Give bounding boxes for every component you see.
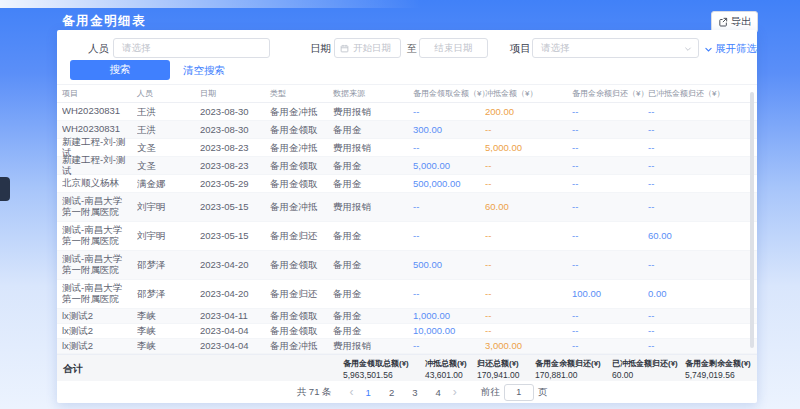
expand-filters-link[interactable]: 展开筛选 — [704, 42, 757, 56]
cell-offset-amount: -- — [485, 310, 572, 321]
table-row: 北京顺义杨林满金娜2023-05-29备用金领取备用金500,000.00---… — [57, 175, 757, 193]
cell-person: 邵梦泽 — [137, 288, 200, 299]
chevron-down-icon — [684, 45, 692, 53]
cell-person: 李峡 — [137, 325, 200, 336]
cell-balance-returned: -- — [572, 106, 648, 117]
table-row: lx测试2李峡2023-04-04备用金领取备用金10,000.00------ — [57, 324, 757, 339]
table-row: 测试-南昌大学第一附属医院刘宇明2023-05-15备用金归还备用金------… — [57, 222, 757, 251]
page-background: 备用金明细表 导出 人员 请选择 日期 — [0, 0, 800, 409]
next-page-button[interactable]: › — [453, 386, 457, 398]
total-count: 共 71 条 — [297, 386, 332, 399]
cell-offset-returned: -- — [648, 201, 757, 212]
start-date-input[interactable]: 开始日期 — [334, 38, 401, 58]
cell-balance-returned: -- — [572, 259, 648, 270]
cell-offset-amount: -- — [485, 230, 572, 241]
cell-type: 备用金领取 — [270, 259, 333, 270]
export-button-label: 导出 — [731, 15, 752, 29]
summary-stat: 备用金领取总额(¥)5,963,501.56 — [343, 358, 409, 380]
column-header-3: 类型 — [270, 88, 333, 99]
goto-page-suffix: 页 — [538, 386, 548, 399]
summary-stat: 备用金余额归还(¥)170,881.00 — [535, 358, 601, 380]
cell-date: 2023-05-15 — [200, 201, 270, 212]
table-row: lx测试2李峡2023-04-11备用金领取备用金1,000.00------ — [57, 309, 757, 324]
cell-offset-returned: -- — [648, 325, 757, 336]
cell-offset-amount: 5,000.00 — [485, 142, 572, 153]
cell-date: 2023-04-04 — [200, 340, 270, 351]
end-date-input[interactable]: 结束日期 — [419, 38, 488, 58]
summary-stat: 归还总额(¥)170,941.00 — [477, 358, 520, 380]
summary-stat-label: 已冲抵金额归还(¥) — [612, 358, 678, 369]
summary-stat-value: 5,749,019.56 — [685, 370, 751, 380]
cell-date: 2023-08-23 — [200, 160, 270, 171]
cell-received-amount: -- — [413, 288, 485, 299]
filter-area: 人员 请选择 日期 开始日期 至 结束日期 项目 请选择 — [57, 30, 757, 84]
goto-page-prefix: 前往 — [481, 386, 500, 399]
table-scrollbar[interactable] — [750, 92, 754, 348]
cell-offset-returned: -- — [648, 310, 757, 321]
page-button-3[interactable]: 3 — [410, 387, 419, 398]
cell-date: 2023-04-04 — [200, 325, 270, 336]
summary-stat-value: 5,963,501.56 — [343, 370, 409, 380]
summary-stat-label: 备用金领取总额(¥) — [343, 358, 409, 369]
cell-project: 测试-南昌大学第一附属医院 — [62, 196, 137, 218]
cell-project: 测试-南昌大学第一附属医院 — [62, 254, 137, 276]
cell-source: 备用金 — [333, 288, 413, 299]
clear-search-link[interactable]: 清空搜索 — [183, 64, 225, 78]
cell-offset-returned: -- — [648, 178, 757, 189]
cell-offset-returned: -- — [648, 259, 757, 270]
search-button[interactable]: 搜索 — [70, 60, 170, 80]
summary-stat-value: 170,941.00 — [477, 370, 520, 380]
cell-offset-amount: 3,000.00 — [485, 340, 572, 351]
summary-stat-label: 冲抵总额(¥) — [425, 358, 467, 369]
page-button-1[interactable]: 1 — [364, 387, 373, 398]
cell-date: 2023-04-11 — [200, 310, 270, 321]
cell-offset-returned: -- — [648, 106, 757, 117]
cell-date: 2023-08-23 — [200, 142, 270, 153]
cell-balance-returned: -- — [572, 230, 648, 241]
cell-project: lx测试2 — [62, 311, 137, 322]
cell-offset-returned: -- — [648, 160, 757, 171]
summary-stat-value: 60.00 — [612, 370, 678, 380]
cell-balance-returned: -- — [572, 340, 648, 351]
cell-date: 2023-08-30 — [200, 124, 270, 135]
prev-page-button[interactable]: ‹ — [350, 386, 354, 398]
cell-balance-returned: 100.00 — [572, 288, 648, 299]
cell-project: 新建工程-刘-测试 — [62, 155, 137, 177]
page-button-2[interactable]: 2 — [387, 387, 396, 398]
cell-offset-returned: -- — [648, 124, 757, 135]
cell-type: 备用金归还 — [270, 230, 333, 241]
cell-balance-returned: -- — [572, 325, 648, 336]
table-row: 测试-南昌大学第一附属医院邵梦泽2023-04-20备用金领取备用金500.00… — [57, 251, 757, 280]
cell-offset-amount: -- — [485, 288, 572, 299]
cell-offset-amount: -- — [485, 259, 572, 270]
column-header-8: 已冲抵金额归还（¥） — [648, 88, 757, 99]
table-body: WH20230831王洪2023-08-30备用金冲抵费用报销--200.00-… — [57, 103, 757, 354]
cell-offset-amount: -- — [485, 124, 572, 135]
cell-source: 备用金 — [333, 325, 413, 336]
summary-stat-label: 备用金余额归还(¥) — [535, 358, 601, 369]
column-header-4: 数据来源 — [333, 88, 413, 99]
project-filter-label: 项目 — [510, 42, 531, 56]
cell-offset-returned: 0.00 — [648, 288, 757, 299]
table-row: 测试-南昌大学第一附属医院刘宇明2023-05-15备用金冲抵费用报销--60.… — [57, 193, 757, 222]
cell-project: 测试-南昌大学第一附属医院 — [62, 283, 137, 305]
cell-offset-amount: 60.00 — [485, 201, 572, 212]
cell-person: 邵梦泽 — [137, 259, 200, 270]
cell-offset-amount: -- — [485, 325, 572, 336]
person-select[interactable]: 请选择 — [113, 38, 270, 58]
cell-received-amount: -- — [413, 201, 485, 212]
collapsed-drawer-handle[interactable] — [0, 177, 10, 201]
page-button-4[interactable]: 4 — [433, 387, 442, 398]
expand-filters-label: 展开筛选 — [715, 42, 757, 56]
project-select[interactable]: 请选择 — [532, 38, 699, 58]
goto-page-input[interactable] — [504, 384, 534, 401]
end-date-placeholder: 结束日期 — [435, 42, 473, 55]
table-row: WH20230831王洪2023-08-30备用金冲抵费用报销--200.00-… — [57, 103, 757, 121]
cell-source: 费用报销 — [333, 340, 413, 351]
start-date-placeholder: 开始日期 — [353, 42, 391, 55]
summary-stat-label: 备用金剩余金额(¥) — [685, 358, 751, 369]
cell-person: 王洪 — [137, 106, 200, 117]
cell-source: 备用金 — [333, 310, 413, 321]
table-row: 新建工程-刘-测试文圣2023-08-23备用金领取备用金5,000.00---… — [57, 157, 757, 175]
cell-person: 满金娜 — [137, 178, 200, 189]
